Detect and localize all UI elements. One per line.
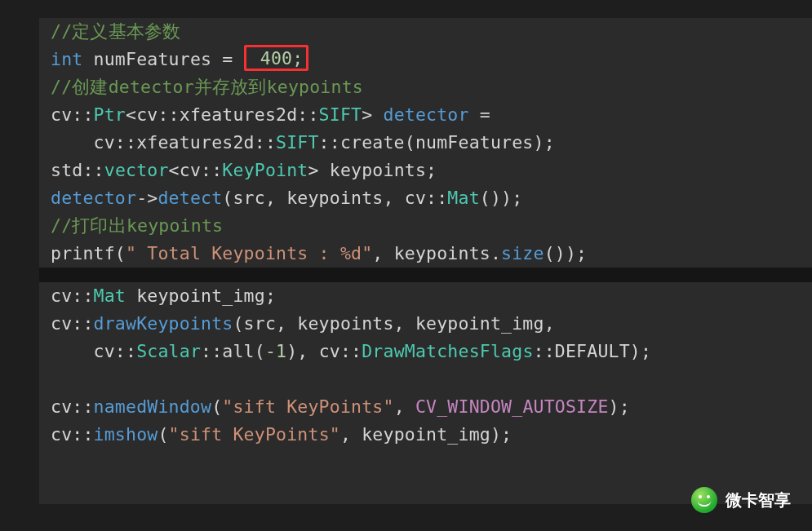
string-literal: " Total Keypoints : %d" <box>126 243 372 263</box>
string-literal: "sift KeyPoints" <box>169 424 340 445</box>
code-text: = <box>469 104 490 125</box>
code-text: std:: <box>51 160 104 180</box>
code-text: ::DEFAULT); <box>534 341 652 361</box>
type-Mat: Mat <box>447 188 479 208</box>
code-line: std::vector<cv::KeyPoint> keypoints; <box>39 157 812 184</box>
code-text: ); <box>609 396 630 417</box>
code-text: <cv:: <box>169 160 223 180</box>
code-line: //定义基本参数 <box>39 18 812 46</box>
type-Ptr: Ptr <box>94 104 126 125</box>
number-literal: 400; <box>250 48 304 69</box>
numFeatures-literal-highlight: 400; <box>244 45 309 71</box>
code-block-bottom: cv::Mat keypoint_img; cv::drawKeypoints(… <box>39 282 812 504</box>
type-SIFT: SIFT <box>276 132 319 153</box>
code-text: cv:: <box>94 341 137 361</box>
code-text: (src, keypoints, cv:: <box>222 188 447 208</box>
ident-detector: detector <box>51 188 136 208</box>
code-text: ::all( <box>201 341 265 361</box>
code-text: , <box>394 396 415 417</box>
code-line: cv::drawKeypoints(src, keypoints, keypoi… <box>39 310 812 338</box>
number-literal: -1 <box>265 341 286 361</box>
code-text: cv:: <box>51 313 94 334</box>
code-text: -> <box>136 188 158 208</box>
code-text: printf( <box>51 243 126 263</box>
code-text: > keypoints; <box>308 160 437 180</box>
type-Mat: Mat <box>94 285 126 306</box>
code-line: printf(" Total Keypoints : %d", keypoint… <box>39 240 812 268</box>
wechat-logo-icon <box>691 487 717 513</box>
func-namedWindow: namedWindow <box>94 396 212 417</box>
code-text: ::create(numFeatures); <box>319 132 555 153</box>
code-text: cv:: <box>51 396 94 417</box>
type-vector: vector <box>104 160 169 180</box>
block-separator <box>39 268 812 282</box>
code-line: cv::Ptr<cv::xfeatures2d::SIFT> detector … <box>39 101 812 129</box>
code-line-blank <box>39 365 812 393</box>
code-line: cv::Scalar::all(-1), cv::DrawMatchesFlag… <box>39 338 812 365</box>
code-text: cv:: <box>51 424 94 445</box>
code-text: keypoint_img; <box>126 285 276 306</box>
code-text: ()); <box>480 188 523 208</box>
code-text: ), cv:: <box>286 341 362 361</box>
code-text: , keypoints. <box>372 243 501 263</box>
code-text: <cv::xfeatures2d:: <box>126 104 319 125</box>
code-text: , keypoint_img); <box>340 424 512 445</box>
code-text: ( <box>158 424 168 445</box>
code-line: //创建detector并存放到keypoints <box>39 73 812 101</box>
code-line: cv::namedWindow("sift KeyPoints", CV_WIN… <box>39 393 812 421</box>
code-text: ( <box>211 396 222 417</box>
code-text: (src, keypoints, keypoint_img, <box>233 313 554 334</box>
keyword-int: int <box>51 49 82 69</box>
code-line: cv::imshow("sift KeyPoints", keypoint_im… <box>39 421 812 449</box>
macro-CV_WINDOW_AUTOSIZE: CV_WINDOW_AUTOSIZE <box>415 396 609 417</box>
type-SIFT: SIFT <box>319 104 362 125</box>
code-text: > <box>362 104 383 125</box>
method-detect: detect <box>158 188 222 208</box>
code-text: cv:: <box>51 285 94 306</box>
ident-detector: detector <box>383 104 468 125</box>
string-literal: "sift KeyPoints" <box>222 396 393 417</box>
comment: //定义基本参数 <box>51 21 181 42</box>
code-text: ()); <box>544 243 588 263</box>
code-editor: //定义基本参数 int numFeatures = 400; //创建dete… <box>0 0 812 531</box>
func-drawKeypoints: drawKeypoints <box>94 313 233 334</box>
type-Scalar: Scalar <box>136 341 201 361</box>
code-block-top: //定义基本参数 int numFeatures = 400; //创建dete… <box>39 18 812 268</box>
code-line-blank <box>39 449 812 476</box>
comment: //创建detector并存放到keypoints <box>51 77 363 97</box>
method-size: size <box>501 243 544 263</box>
indent <box>51 132 94 153</box>
code-text: cv:: <box>51 104 94 125</box>
watermark: 微卡智享 <box>691 487 791 513</box>
watermark-text: 微卡智享 <box>725 489 791 511</box>
code-line: //打印出keypoints <box>39 212 812 240</box>
code-text: numFeatures = <box>82 49 243 69</box>
indent <box>51 341 94 361</box>
func-imshow: imshow <box>94 424 158 445</box>
code-line: int numFeatures = 400; <box>39 46 812 73</box>
code-line: detector->detect(src, keypoints, cv::Mat… <box>39 184 812 212</box>
code-line: cv::Mat keypoint_img; <box>39 282 812 310</box>
comment: //打印出keypoints <box>51 215 223 236</box>
type-DrawMatchesFlags: DrawMatchesFlags <box>362 341 533 361</box>
code-line: cv::xfeatures2d::SIFT::create(numFeature… <box>39 129 812 157</box>
code-text: cv::xfeatures2d:: <box>94 132 276 153</box>
type-KeyPoint: KeyPoint <box>222 160 308 180</box>
